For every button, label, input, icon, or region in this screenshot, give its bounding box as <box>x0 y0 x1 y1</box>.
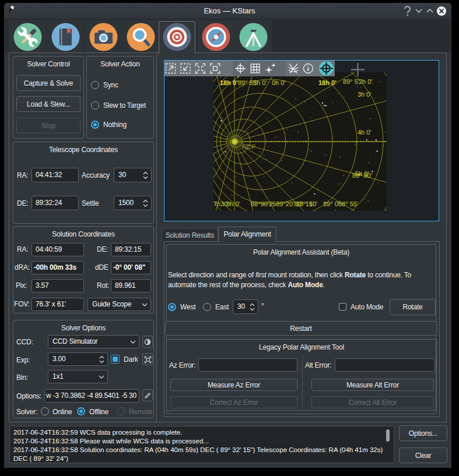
svg-text:4h 0': 4h 0' <box>358 129 372 136</box>
svg-text:9h 0': 9h 0' <box>226 200 240 207</box>
svg-text:0h 0': 0h 0' <box>272 79 286 86</box>
svg-text:89° 0': 89° 0' <box>323 200 339 207</box>
svg-text:15°' 10': 15°' 10' <box>296 200 317 207</box>
svg-text:2h 0': 2h 0' <box>359 78 373 85</box>
svg-text:3h 0': 3h 0' <box>358 91 372 98</box>
svg-text:18h 0': 18h 0' <box>220 79 238 86</box>
svg-text:89° 5': 89° 5' <box>343 78 359 85</box>
svg-text:88° 55': 88° 55' <box>338 200 358 207</box>
svg-text:18h 0': 18h 0' <box>318 79 337 86</box>
svg-text:NCP: NCP <box>242 143 255 150</box>
svg-text:5h 0': 5h 0' <box>355 170 369 177</box>
svg-text:3h 0': 3h 0' <box>253 79 267 86</box>
